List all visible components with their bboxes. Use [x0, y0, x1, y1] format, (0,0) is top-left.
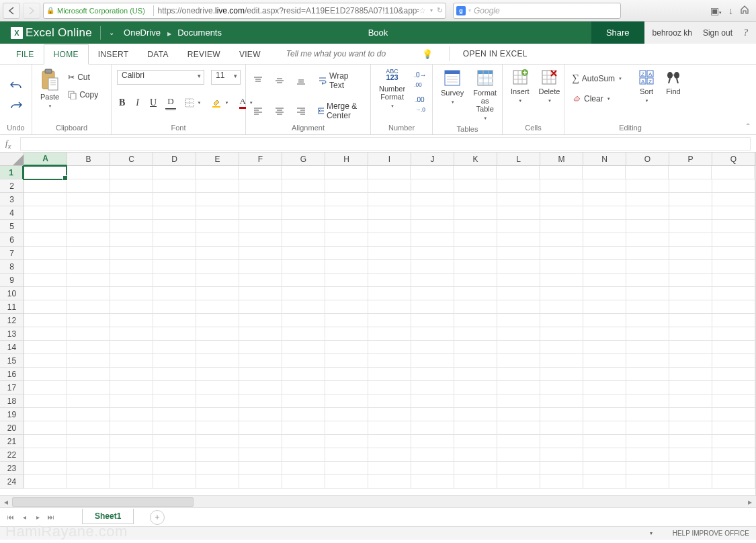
cell[interactable]	[583, 300, 626, 314]
scroll-right-icon[interactable]: ▸	[744, 497, 756, 507]
cell[interactable]	[24, 220, 67, 233]
cell[interactable]	[669, 314, 712, 327]
row-header[interactable]: 16	[0, 368, 24, 381]
tell-me-input[interactable]	[284, 46, 418, 61]
cell[interactable]	[239, 408, 282, 421]
cell[interactable]	[67, 300, 110, 314]
cell[interactable]	[669, 260, 712, 274]
cell[interactable]	[153, 314, 196, 327]
tab-review[interactable]: REVIEW	[178, 45, 230, 64]
cell[interactable]	[67, 394, 110, 408]
sort-button[interactable]: ZAAZ Sort▼	[635, 67, 658, 106]
cell[interactable]	[583, 247, 626, 260]
wrap-text-button[interactable]: Wrap Text	[316, 70, 365, 91]
cell[interactable]	[497, 233, 540, 247]
cell[interactable]	[497, 462, 540, 475]
cell[interactable]	[540, 381, 583, 394]
cell[interactable]	[712, 368, 755, 381]
cell[interactable]	[196, 381, 239, 394]
cell[interactable]	[626, 341, 669, 354]
cell[interactable]	[153, 193, 196, 206]
cell[interactable]	[325, 300, 368, 314]
align-top-button[interactable]	[251, 75, 265, 87]
cell[interactable]	[497, 368, 540, 381]
cell[interactable]	[325, 354, 368, 368]
cell[interactable]	[368, 206, 411, 220]
cell[interactable]	[583, 287, 626, 300]
cell[interactable]	[368, 354, 411, 368]
cell[interactable]	[110, 354, 153, 368]
cell[interactable]	[282, 179, 325, 193]
home-icon[interactable]	[740, 5, 749, 16]
cell[interactable]	[497, 448, 540, 462]
cell[interactable]	[196, 206, 239, 220]
cell[interactable]	[153, 341, 196, 354]
cell[interactable]	[196, 300, 239, 314]
cell[interactable]	[669, 448, 712, 462]
cell[interactable]	[239, 448, 282, 462]
cell[interactable]	[411, 462, 454, 475]
cell[interactable]	[712, 341, 755, 354]
cell[interactable]	[454, 421, 497, 435]
cell[interactable]	[540, 260, 583, 274]
column-header[interactable]: L	[497, 153, 540, 166]
column-header[interactable]: D	[153, 153, 196, 166]
cell[interactable]	[24, 394, 67, 408]
cell[interactable]	[497, 354, 540, 368]
cell[interactable]	[24, 260, 67, 274]
cell[interactable]	[712, 247, 755, 260]
cell[interactable]	[540, 408, 583, 421]
cell[interactable]	[325, 287, 368, 300]
cell[interactable]	[239, 354, 282, 368]
align-center-button[interactable]	[273, 105, 286, 117]
cell[interactable]	[712, 179, 755, 193]
cell[interactable]	[497, 435, 540, 448]
cell[interactable]	[497, 193, 540, 206]
cell[interactable]	[669, 179, 712, 193]
cell[interactable]	[153, 381, 196, 394]
cell[interactable]	[67, 247, 110, 260]
cell[interactable]	[24, 435, 67, 448]
cell[interactable]	[669, 287, 712, 300]
cell[interactable]	[368, 448, 411, 462]
cell[interactable]	[497, 314, 540, 327]
column-header[interactable]: E	[196, 153, 239, 166]
cell[interactable]	[712, 206, 755, 220]
cell[interactable]	[411, 300, 454, 314]
cell[interactable]	[411, 394, 454, 408]
cell[interactable]	[712, 274, 755, 287]
cell[interactable]	[196, 247, 239, 260]
cell[interactable]	[712, 300, 755, 314]
cell[interactable]	[110, 193, 153, 206]
reader-dropdown-icon[interactable]: ▾	[430, 7, 433, 13]
cell[interactable]	[239, 368, 282, 381]
cell[interactable]	[153, 408, 196, 421]
row-header[interactable]: 23	[0, 462, 24, 475]
cell[interactable]	[110, 394, 153, 408]
cell[interactable]	[110, 408, 153, 421]
sheet-prev-icon[interactable]: ◂	[17, 511, 31, 524]
clear-button[interactable]: Clear▼	[570, 92, 613, 105]
cell[interactable]	[153, 247, 196, 260]
cell[interactable]	[583, 179, 626, 193]
column-header[interactable]: H	[325, 153, 368, 166]
cell[interactable]	[497, 421, 540, 435]
cell[interactable]	[583, 233, 626, 247]
cell[interactable]	[454, 206, 497, 220]
cell[interactable]	[712, 462, 755, 475]
cell[interactable]	[239, 341, 282, 354]
underline-button[interactable]: U	[148, 96, 159, 110]
cell[interactable]	[67, 368, 110, 381]
cell[interactable]	[153, 394, 196, 408]
cell[interactable]	[497, 166, 540, 179]
cell[interactable]	[497, 394, 540, 408]
row-header[interactable]: 21	[0, 435, 24, 448]
cell[interactable]	[368, 475, 411, 489]
row-header[interactable]: 6	[0, 233, 24, 247]
border-button[interactable]: ▼	[183, 97, 204, 109]
cell[interactable]	[454, 408, 497, 421]
cell[interactable]	[325, 394, 368, 408]
cell[interactable]	[712, 193, 755, 206]
cell[interactable]	[24, 166, 67, 179]
cell[interactable]	[368, 260, 411, 274]
